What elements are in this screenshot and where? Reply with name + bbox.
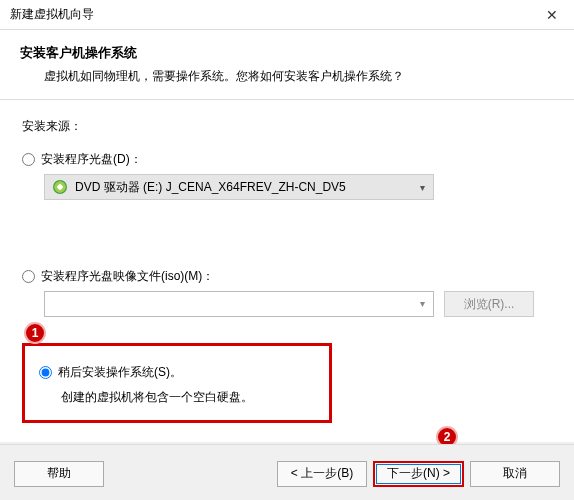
option-later-highlight: 稍后安装操作系统(S)。 创建的虚拟机将包含一个空白硬盘。 xyxy=(22,343,332,423)
cancel-button[interactable]: 取消 xyxy=(470,461,560,487)
close-icon: ✕ xyxy=(546,7,558,23)
radio-iso[interactable] xyxy=(22,270,35,283)
drive-dropdown[interactable]: DVD 驱动器 (E:) J_CENA_X64FREV_ZH-CN_DV5 ▾ xyxy=(44,174,434,200)
option-later[interactable]: 稍后安装操作系统(S)。 xyxy=(39,364,315,381)
titlebar: 新建虚拟机向导 ✕ xyxy=(0,0,574,30)
iso-path-combobox[interactable]: ▾ xyxy=(44,291,434,317)
page-heading: 安装客户机操作系统 xyxy=(20,44,554,62)
source-label: 安装来源： xyxy=(22,118,552,135)
browse-button[interactable]: 浏览(R)... xyxy=(444,291,534,317)
close-button[interactable]: ✕ xyxy=(530,0,574,30)
window-title: 新建虚拟机向导 xyxy=(10,6,94,23)
annotation-marker-1: 1 xyxy=(24,322,46,344)
chevron-down-icon: ▾ xyxy=(420,182,425,193)
cd-icon xyxy=(53,180,67,194)
help-button[interactable]: 帮助 xyxy=(14,461,104,487)
wizard-content: 安装来源： 安装程序光盘(D)： DVD 驱动器 (E:) J_CENA_X64… xyxy=(0,100,574,433)
later-description: 创建的虚拟机将包含一个空白硬盘。 xyxy=(61,389,315,406)
back-button[interactable]: < 上一步(B) xyxy=(277,461,367,487)
drive-selected-text: DVD 驱动器 (E:) J_CENA_X64FREV_ZH-CN_DV5 xyxy=(75,179,346,196)
wizard-header: 安装客户机操作系统 虚拟机如同物理机，需要操作系统。您将如何安装客户机操作系统？ xyxy=(0,30,574,100)
option-iso[interactable]: 安装程序光盘映像文件(iso)(M)： xyxy=(22,268,552,285)
next-button[interactable]: 下一步(N) > xyxy=(373,461,464,487)
radio-iso-label: 安装程序光盘映像文件(iso)(M)： xyxy=(41,268,214,285)
radio-later-label: 稍后安装操作系统(S)。 xyxy=(58,364,182,381)
chevron-down-icon: ▾ xyxy=(420,298,425,309)
page-subtext: 虚拟机如同物理机，需要操作系统。您将如何安装客户机操作系统？ xyxy=(44,68,554,85)
wizard-footer: 帮助 < 上一步(B) 下一步(N) > 取消 xyxy=(0,444,574,492)
radio-disc-label: 安装程序光盘(D)： xyxy=(41,151,142,168)
radio-later[interactable] xyxy=(39,366,52,379)
radio-disc[interactable] xyxy=(22,153,35,166)
option-disc[interactable]: 安装程序光盘(D)： xyxy=(22,151,552,168)
